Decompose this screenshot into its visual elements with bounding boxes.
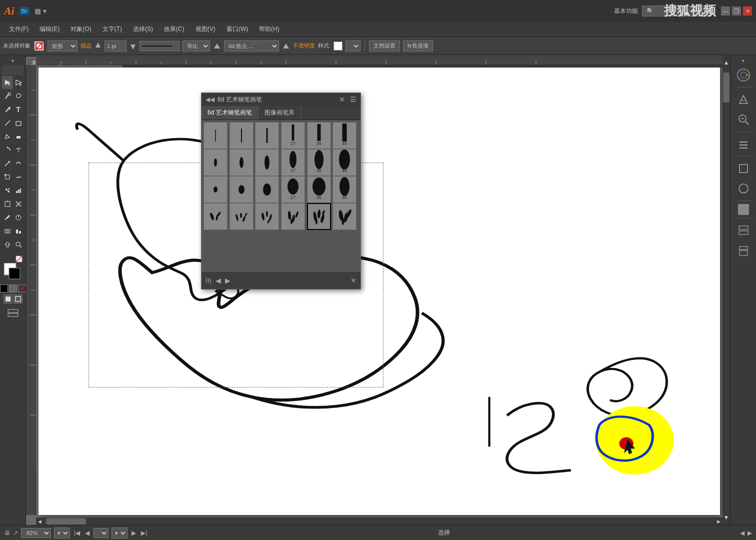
brush-cell-3-2[interactable] xyxy=(255,203,279,230)
opacity-select[interactable]: ▾ xyxy=(346,40,360,52)
menu-type[interactable]: 文字(T) xyxy=(98,23,127,36)
color-none-swatch[interactable] xyxy=(18,284,26,292)
brush-cell-2-2[interactable] xyxy=(255,176,279,203)
brush-delete-button[interactable]: ✕ xyxy=(350,276,356,284)
direct-selection-tool[interactable] xyxy=(13,76,24,89)
pencil-tool[interactable] xyxy=(2,130,13,143)
color-black-swatch[interactable] xyxy=(0,284,8,292)
chart-tool[interactable] xyxy=(13,224,24,238)
page-select[interactable]: 1 xyxy=(94,528,108,538)
brush-cell-0-2[interactable] xyxy=(255,122,279,149)
color-gray-swatch[interactable] xyxy=(9,284,17,292)
artboard-tool[interactable] xyxy=(2,198,13,210)
line-tool[interactable] xyxy=(2,116,13,130)
brush-expand-icon[interactable] xyxy=(282,40,290,52)
brush-cell-1-3[interactable]: 27 xyxy=(281,149,305,176)
pen-tool[interactable] xyxy=(2,103,13,116)
restore-button[interactable]: ❒ xyxy=(732,6,741,16)
stroke-expand-icon[interactable] xyxy=(213,40,221,52)
menu-object[interactable]: 对象(O) xyxy=(66,23,96,36)
no-fill-icon[interactable] xyxy=(16,256,23,263)
page-dropdown[interactable]: ▾ xyxy=(112,528,128,538)
menu-edit[interactable]: 编辑(E) xyxy=(34,23,64,36)
free-transform-tool[interactable] xyxy=(2,170,13,184)
stroke-up-arrow[interactable] xyxy=(94,40,102,52)
right-circle-tool[interactable] xyxy=(734,180,754,198)
brush-cell-1-2[interactable] xyxy=(255,149,279,176)
stroke-color-icon[interactable] xyxy=(34,40,44,52)
stroke-style-preview[interactable] xyxy=(140,41,180,51)
reflect-tool[interactable] xyxy=(13,144,24,156)
brush-cell-1-1[interactable] xyxy=(230,149,254,176)
panel-nav-prev-button[interactable]: ◀◀ xyxy=(206,96,214,103)
brush-cell-2-4[interactable]: 35 xyxy=(307,176,331,203)
magic-wand-tool[interactable] xyxy=(2,90,13,102)
full-mode-icon[interactable] xyxy=(14,294,22,304)
brush-cell-1-4[interactable]: 35 xyxy=(307,149,331,176)
symbol-sprayer-tool[interactable] xyxy=(2,184,13,197)
tab-image-brush-lib[interactable]: 图像画笔库 xyxy=(258,106,301,120)
brush-cell-3-1[interactable] xyxy=(230,203,254,230)
warp-tool[interactable] xyxy=(13,157,24,170)
brush-prev-button[interactable]: ◀ xyxy=(216,276,221,284)
stroke-down-arrow[interactable] xyxy=(130,40,136,52)
brush-cell-2-3[interactable]: 27 xyxy=(281,176,305,203)
arrange-icon[interactable] xyxy=(2,306,24,318)
menu-effect[interactable]: 效果(C) xyxy=(159,23,190,36)
workspace-label[interactable]: 基本功能 xyxy=(614,7,638,16)
menu-select[interactable]: 选择(S) xyxy=(128,23,158,36)
brush-cell-0-1[interactable] xyxy=(230,122,254,149)
menu-window[interactable]: 窗口(W) xyxy=(222,23,253,36)
stroke-type-select[interactable]: 矩形 xyxy=(48,40,78,52)
brush-cell-3-3[interactable] xyxy=(281,203,305,230)
nav-next-button[interactable]: ▶ xyxy=(130,530,137,536)
hand-tool[interactable] xyxy=(2,238,13,251)
zoom-dropdown[interactable]: ▾ xyxy=(54,528,70,538)
measure-tool[interactable] xyxy=(13,211,24,224)
layout-icon[interactable]: ▦ ▾ xyxy=(32,6,48,16)
right-zoom-tool[interactable] xyxy=(734,110,754,128)
slice-tool[interactable] xyxy=(13,198,24,210)
status-arrow-right[interactable]: ▶ xyxy=(748,530,752,536)
nav-last-button[interactable]: ▶| xyxy=(140,530,148,536)
status-export-icon[interactable]: ↗ xyxy=(13,530,18,536)
menu-file[interactable]: 文件(F) xyxy=(4,23,34,36)
brush-library-button[interactable]: IIᴉ xyxy=(206,276,212,284)
brush-next-button[interactable]: ▶ xyxy=(225,276,230,284)
scroll-left-arrow[interactable]: ◀ xyxy=(36,518,44,525)
brush-cell-3-4[interactable] xyxy=(307,203,331,230)
eraser-tool[interactable] xyxy=(13,130,24,143)
prefs-button[interactable]: tv首选项 xyxy=(403,40,433,52)
brush-cell-0-0[interactable] xyxy=(204,122,228,149)
brush-cell-0-4[interactable]: 35 xyxy=(307,122,331,149)
artboard[interactable] xyxy=(38,68,720,515)
scroll-right-arrow[interactable]: ▶ xyxy=(715,518,722,525)
zoom-select[interactable]: 82% xyxy=(21,528,51,538)
eyedropper-tool[interactable] xyxy=(2,211,13,224)
tab-art-brush[interactable]: 6d 艺术钢笔画笔 xyxy=(202,106,258,120)
brush-select[interactable]: 6d 散点 ... xyxy=(224,40,279,52)
scroll-thumb-horizontal[interactable] xyxy=(46,518,86,524)
type-tool[interactable]: T xyxy=(13,103,24,116)
stroke-proportion-select[interactable]: 等比 xyxy=(182,40,210,52)
right-layers-tool[interactable] xyxy=(734,222,754,240)
screenshot-tool[interactable] xyxy=(2,224,13,238)
vertical-scrollbar[interactable]: ▲ ▼ xyxy=(722,55,730,525)
horizontal-scrollbar[interactable]: ◀ ▶ xyxy=(36,518,722,525)
swap-colors-icon[interactable] xyxy=(4,263,22,282)
artwork-canvas[interactable] xyxy=(38,68,720,515)
menu-view[interactable]: 视图(V) xyxy=(190,23,220,36)
menu-help[interactable]: 帮助(H) xyxy=(254,23,284,36)
brush-cell-3-0[interactable] xyxy=(204,203,228,230)
stroke-value-input[interactable] xyxy=(104,40,126,52)
canvas-area[interactable]: 未标题-1* @ 82% (CMYK/预览) ✕ xyxy=(26,55,730,525)
color-wheel-tool[interactable] xyxy=(734,66,754,84)
brush-cell-2-5[interactable]: 45 xyxy=(332,176,356,203)
scroll-down-arrow[interactable]: ▼ xyxy=(722,510,730,525)
br-logo-icon[interactable]: Br xyxy=(20,7,30,15)
scale-tool[interactable] xyxy=(2,157,13,170)
scroll-thumb-vertical[interactable] xyxy=(723,72,730,102)
brush-cell-2-0[interactable] xyxy=(204,176,228,203)
lasso-tool[interactable] xyxy=(13,90,24,102)
right-lines-tool[interactable] xyxy=(734,135,754,153)
